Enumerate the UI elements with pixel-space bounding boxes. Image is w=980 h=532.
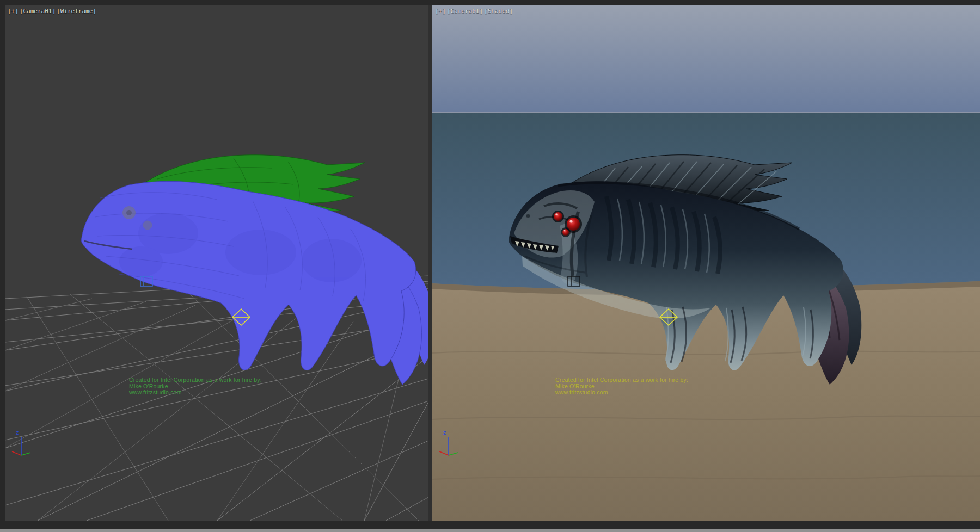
credit-line-1: Created for Intel Corporation as a work … [555,377,688,383]
credit-line-3: www.fritzstudio.com [555,389,688,396]
nostril [526,214,530,218]
eye-spot [143,221,152,230]
shaded-scene [432,5,980,521]
wireframe-scene [5,5,428,521]
axis-y [449,453,458,455]
horizon-line [432,112,980,113]
viewport-divider[interactable] [428,5,432,521]
credit-watermark: Created for Intel Corporation as a work … [555,377,688,396]
viewport-general-menu[interactable]: [+] [8,8,19,15]
axis-x [12,451,21,455]
eye-third [562,229,569,236]
eye-pupil [126,210,132,215]
axis-x [439,451,449,455]
viewport-pov-menu[interactable]: [Camera01] [447,8,483,15]
axis-y [21,453,30,455]
eye-main [567,218,580,231]
eye-specular [564,230,566,232]
credit-watermark: Created for Intel Corporation as a work … [129,377,262,396]
sky [432,5,980,113]
eye-specular [555,213,558,215]
viewport-shading-menu[interactable]: [Wireframe] [57,8,96,15]
viewport-label: [+] [Camera01] [Wireframe] [8,8,96,15]
viewport-shading-menu[interactable]: [Shaded] [484,8,513,15]
viewport-pov-menu[interactable]: [Camera01] [20,8,56,15]
viewport-area: [+] [Camera01] [Wireframe] Created for I… [0,0,980,532]
viewport-right-shaded[interactable]: [+] [Camera01] [Shaded] Created for Inte… [432,5,980,521]
world-axis-tripod: z [437,428,461,459]
window-bottom-edge [0,521,980,532]
world-axis-tripod: z [9,428,33,459]
sand-ground [432,281,980,521]
viewport-left-wireframe[interactable]: [+] [Camera01] [Wireframe] Created for I… [5,5,428,521]
eye-second [554,212,562,221]
axis-z-label: z [16,429,19,436]
eye-specular [569,220,572,222]
viewport-general-menu[interactable]: [+] [435,8,446,15]
credit-line-1: Created for Intel Corporation as a work … [129,377,262,383]
credit-line-3: www.fritzstudio.com [129,389,262,396]
viewport-label: [+] [Camera01] [Shaded] [435,8,513,15]
axis-z-label: z [443,429,446,436]
